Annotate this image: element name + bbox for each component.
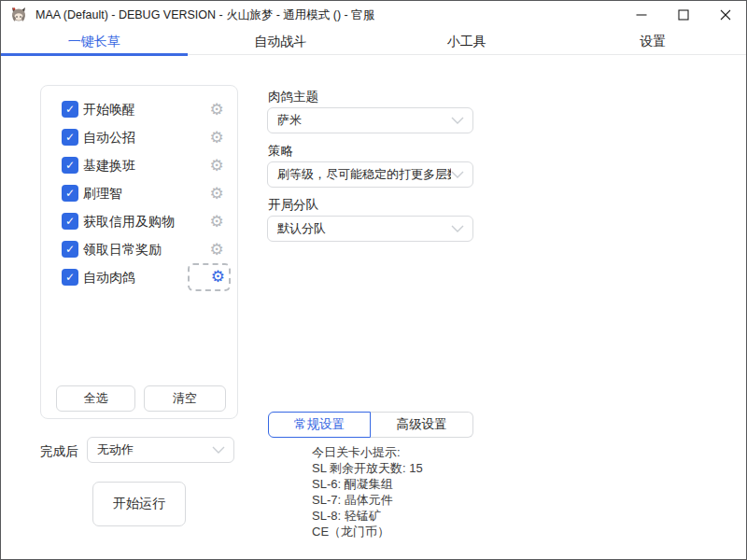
- tab-label: 设置: [640, 34, 666, 50]
- tip-line: SL-6: 酮凝集组: [312, 476, 423, 492]
- task-row-sanity: ✓ 刷理智 ⚙: [41, 185, 237, 203]
- roguelike-theme-dropdown[interactable]: 萨米: [267, 107, 473, 133]
- tip-line: 今日关卡小提示:: [312, 444, 423, 460]
- gear-icon-active[interactable]: ⚙: [211, 268, 225, 286]
- settings-mode-tabs: 常规设置 高级设置: [268, 412, 473, 438]
- window-controls: [620, 1, 746, 29]
- app-window: MAA (Default) - DEBUG VERSION - 火山旅梦 - 通…: [0, 0, 747, 560]
- select-all-button[interactable]: 全选: [56, 385, 135, 412]
- task-label: 自动公招: [83, 130, 135, 147]
- tip-line: CE（龙门币）: [312, 524, 423, 539]
- task-row-wakeup: ✓ 开始唤醒 ⚙: [41, 101, 237, 119]
- task-checkbox[interactable]: ✓: [62, 185, 78, 202]
- advanced-settings-label: 高级设置: [397, 416, 447, 433]
- maximize-button[interactable]: [662, 1, 704, 29]
- gear-icon[interactable]: ⚙: [207, 129, 226, 147]
- tab-label: 自动战斗: [254, 34, 306, 50]
- check-icon: ✓: [65, 160, 75, 171]
- tab-tools[interactable]: 小工具: [374, 29, 560, 55]
- tip-line: SL-7: 晶体元件: [312, 492, 423, 508]
- app-logo-icon: [10, 7, 27, 23]
- task-label: 基建换班: [83, 158, 135, 175]
- dropdown-value: 刷等级，尽可能稳定的打更多层数: [277, 166, 451, 183]
- task-label: 开始唤醒: [83, 102, 135, 119]
- check-icon: ✓: [65, 132, 75, 143]
- chevron-down-icon: [212, 446, 225, 454]
- tab-copilot[interactable]: 自动战斗: [188, 29, 374, 55]
- chevron-down-icon: [451, 171, 464, 178]
- check-icon: ✓: [65, 104, 75, 115]
- roguelike-strategy-dropdown[interactable]: 刷等级，尽可能稳定的打更多层数: [267, 161, 473, 188]
- task-checkbox[interactable]: ✓: [62, 129, 78, 146]
- active-tab-underline: [1, 53, 188, 56]
- maximize-icon: [678, 9, 689, 21]
- gear-icon[interactable]: ⚙: [207, 101, 226, 119]
- task-checkbox[interactable]: ✓: [62, 157, 78, 174]
- tip-line: SL 剩余开放天数: 15: [312, 460, 423, 476]
- chevron-down-icon: [451, 225, 464, 232]
- daily-stage-tips: 今日关卡小提示: SL 剩余开放天数: 15 SL-6: 酮凝集组 SL-7: …: [312, 444, 423, 539]
- tab-farming[interactable]: 一键长草: [1, 29, 188, 55]
- task-checkbox[interactable]: ✓: [62, 241, 78, 258]
- dropdown-value: 默认分队: [277, 220, 451, 237]
- task-checkbox[interactable]: ✓: [62, 213, 78, 230]
- tab-settings[interactable]: 设置: [560, 29, 747, 55]
- window-title: MAA (Default) - DEBUG VERSION - 火山旅梦 - 通…: [35, 7, 374, 23]
- roguelike-theme-label: 肉鸽主题: [268, 89, 318, 105]
- task-checkbox[interactable]: ✓: [62, 269, 78, 286]
- tip-line: SL-8: 轻锰矿: [312, 508, 423, 524]
- task-label: 领取日常奖励: [83, 242, 162, 259]
- gear-icon[interactable]: ⚙: [207, 241, 226, 259]
- chevron-down-icon: [451, 117, 464, 124]
- tab-general-settings[interactable]: 常规设置: [268, 412, 371, 438]
- clear-label: 清空: [173, 390, 197, 407]
- task-list-card: ✓ 开始唤醒 ⚙ ✓ 自动公招 ⚙ ✓ 基建换班 ⚙ ✓ 刷理智 ⚙ ✓ 获取信…: [40, 85, 238, 419]
- task-row-rewards: ✓ 领取日常奖励 ⚙: [41, 241, 237, 259]
- task-checkbox[interactable]: ✓: [62, 101, 78, 118]
- task-row-infrast: ✓ 基建换班 ⚙: [41, 157, 237, 175]
- task-label: 自动肉鸽: [83, 270, 135, 287]
- roguelike-squad-dropdown[interactable]: 默认分队: [267, 216, 473, 242]
- close-icon: [720, 9, 731, 21]
- dropdown-value: 萨米: [277, 112, 451, 129]
- task-row-recruit: ✓ 自动公招 ⚙: [41, 129, 237, 147]
- task-label: 刷理智: [83, 186, 122, 203]
- gear-icon[interactable]: ⚙: [207, 157, 226, 175]
- tab-label: 小工具: [447, 34, 486, 50]
- check-icon: ✓: [65, 272, 75, 283]
- task-label: 获取信用及购物: [83, 214, 175, 231]
- general-settings-label: 常规设置: [294, 416, 345, 433]
- gear-icon[interactable]: ⚙: [207, 185, 226, 203]
- gear-icon[interactable]: ⚙: [207, 213, 226, 231]
- tab-label: 一键长草: [68, 34, 120, 50]
- check-icon: ✓: [65, 216, 75, 227]
- check-icon: ✓: [65, 244, 75, 255]
- roguelike-strategy-label: 策略: [268, 143, 293, 160]
- check-icon: ✓: [65, 188, 75, 199]
- dropdown-value: 无动作: [97, 441, 212, 458]
- title-bar[interactable]: MAA (Default) - DEBUG VERSION - 火山旅梦 - 通…: [1, 1, 746, 29]
- start-run-label: 开始运行: [113, 496, 165, 512]
- after-completion-label: 完成后: [40, 443, 78, 460]
- roguelike-squad-label: 开局分队: [268, 197, 318, 214]
- main-tab-bar: 一键长草 自动战斗 小工具 设置: [1, 29, 746, 55]
- minimize-icon: [636, 9, 647, 21]
- minimize-button[interactable]: [620, 1, 662, 29]
- select-all-label: 全选: [84, 390, 108, 407]
- tab-advanced-settings[interactable]: 高级设置: [371, 412, 473, 438]
- after-completion-dropdown[interactable]: 无动作: [87, 437, 234, 463]
- task-row-credit: ✓ 获取信用及购物 ⚙: [41, 213, 237, 231]
- clear-button[interactable]: 清空: [144, 385, 226, 412]
- start-run-button[interactable]: 开始运行: [92, 482, 186, 526]
- close-button[interactable]: [704, 1, 746, 29]
- roguelike-gear-focus-box[interactable]: ⚙: [188, 263, 231, 291]
